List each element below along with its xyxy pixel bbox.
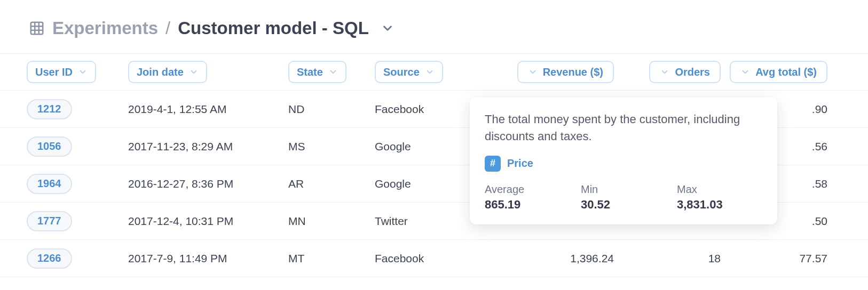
hash-icon: # [485, 156, 501, 172]
breadcrumb-current[interactable]: Customer model - SQL [178, 18, 369, 38]
cell-source: Twitter [375, 215, 408, 228]
stat-value-max: 3,831.03 [677, 198, 762, 212]
cell-source: Google [375, 178, 411, 190]
column-label: Avg total ($) [755, 66, 817, 78]
cell-join-date: 2019-4-1, 12:55 AM [128, 103, 226, 116]
cell-state: AR [288, 178, 304, 190]
table-body: 1212 2019-4-1, 12:55 AM ND Facebook .90 … [0, 91, 868, 277]
column-label: Orders [675, 66, 710, 78]
breadcrumb-parent[interactable]: Experiments [52, 18, 158, 38]
user-id-pill[interactable]: 1056 [27, 136, 72, 157]
cell-revenue: 1,396.24 [570, 252, 614, 265]
column-label: Source [383, 66, 420, 78]
column-header-source[interactable]: Source [375, 61, 443, 83]
user-id-pill[interactable]: 1212 [27, 99, 72, 119]
column-header-row: User ID Join date State Source [0, 53, 868, 91]
stat-value-average: 865.19 [485, 198, 570, 212]
svg-rect-0 [31, 22, 43, 35]
cell-avg-total: .90 [812, 103, 827, 116]
user-id-pill[interactable]: 1266 [27, 248, 72, 269]
cell-state: MS [288, 140, 305, 153]
column-header-join-date[interactable]: Join date [128, 61, 207, 83]
breadcrumb: Experiments / Customer model - SQL [0, 0, 868, 53]
cell-avg-total: .50 [812, 215, 827, 228]
table-grid-icon [29, 20, 45, 36]
cell-source: Facebook [375, 103, 424, 116]
column-header-revenue[interactable]: Revenue ($) [517, 61, 614, 83]
chevron-down-icon [528, 67, 538, 77]
cell-join-date: 2016-12-27, 8:36 PM [128, 178, 233, 190]
user-id-pill[interactable]: 1777 [27, 211, 72, 231]
chevron-down-icon [189, 67, 199, 77]
cell-orders: 18 [708, 252, 721, 265]
column-header-state[interactable]: State [288, 61, 346, 83]
cell-source: Google [375, 140, 411, 153]
chevron-down-icon[interactable] [381, 21, 394, 35]
cell-avg-total: .56 [812, 140, 827, 153]
cell-avg-total: .58 [812, 178, 827, 190]
cell-join-date: 2017-12-4, 10:31 PM [128, 215, 233, 228]
cell-join-date: 2017-7-9, 11:49 PM [128, 252, 227, 265]
column-header-avg-total[interactable]: Avg total ($) [730, 61, 827, 83]
stat-label-average: Average [485, 183, 570, 196]
tooltip-tag-label[interactable]: Price [507, 157, 533, 170]
cell-avg-total: 77.57 [799, 252, 827, 265]
column-label: State [297, 66, 323, 78]
stat-label-min: Min [581, 183, 666, 196]
column-header-user-id[interactable]: User ID [27, 61, 96, 83]
column-tooltip-popover: The total money spent by the customer, i… [470, 97, 777, 224]
table-row[interactable]: 1266 2017-7-9, 11:49 PM MT Facebook 1,39… [0, 240, 868, 277]
tooltip-description: The total money spent by the customer, i… [485, 111, 762, 145]
chevron-down-icon [328, 67, 338, 77]
column-label: Join date [137, 66, 184, 78]
cell-state: MT [288, 252, 304, 265]
user-id-pill[interactable]: 1964 [27, 174, 72, 194]
stat-value-min: 30.52 [581, 198, 666, 212]
column-label: Revenue ($) [543, 66, 603, 78]
breadcrumb-separator: / [165, 18, 170, 38]
column-header-orders[interactable]: Orders [649, 61, 721, 83]
cell-join-date: 2017-11-23, 8:29 AM [128, 140, 233, 153]
chevron-down-icon [660, 67, 669, 77]
tooltip-tag-row: # Price [485, 156, 762, 172]
chevron-down-icon [425, 67, 435, 77]
cell-state: MN [288, 215, 306, 228]
chevron-down-icon [78, 67, 88, 77]
stat-label-max: Max [677, 183, 762, 196]
chevron-down-icon [740, 67, 750, 77]
column-label: User ID [35, 66, 73, 78]
cell-state: ND [288, 103, 304, 116]
tooltip-stats: Average Min Max 865.19 30.52 3,831.03 [485, 183, 762, 212]
cell-source: Facebook [375, 252, 424, 265]
